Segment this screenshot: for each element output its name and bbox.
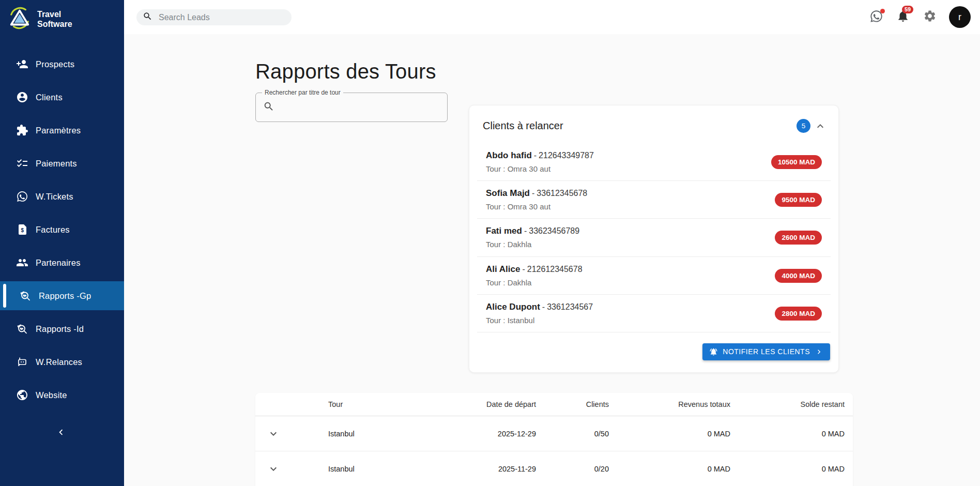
settings-button[interactable] [922, 9, 938, 25]
sidebar-item-rapports-gp[interactable]: Rapports -Gp [0, 281, 124, 310]
sidebar-item-label: Paramètres [36, 126, 81, 135]
client-name: Ali Alice [486, 264, 520, 274]
sidebar-item-parametres[interactable]: Paramètres [0, 114, 124, 147]
client-name: Sofia Majd [486, 188, 530, 198]
travel-software-logo-icon [7, 6, 32, 32]
checklist-icon [16, 157, 29, 170]
col-header-tour: Tour [292, 400, 436, 408]
bell-ring-icon [709, 347, 718, 356]
globe-icon [16, 388, 29, 402]
sidebar-item-label: Paiements [36, 159, 77, 169]
notify-clients-button[interactable]: NOTIFIER LES CLIENTS [702, 343, 830, 360]
separator: - [532, 189, 534, 198]
sidebar-item-clients[interactable]: Clients [0, 81, 124, 114]
tour-search-input[interactable] [280, 93, 447, 122]
client-row: Sofia Majd-33612345678 Tour : Omra 30 au… [477, 181, 831, 219]
sidebar-item-factures[interactable]: $ Factures [0, 213, 124, 246]
tour-search-field[interactable]: Rechercher par titre de tour [255, 93, 448, 122]
tours-table: Tour Date de départ Clients Revenus tota… [255, 393, 853, 486]
amount-badge: 9500 MAD [775, 193, 822, 207]
cell-tour: Istanbul [292, 430, 436, 438]
chevron-up-icon [814, 120, 826, 132]
cell-solde: 0 MAD [739, 430, 853, 438]
user-avatar[interactable]: r [949, 6, 971, 28]
topbar-actions: 59 r [868, 0, 971, 34]
client-phone: 33623456789 [529, 226, 579, 235]
leads-search-input[interactable] [158, 12, 285, 23]
sidebar-collapse-button[interactable] [50, 425, 72, 442]
client-name: Fati med [486, 226, 522, 236]
sidebar-item-label: Factures [36, 225, 70, 235]
relance-card-title: Clients à relancer [483, 120, 563, 132]
bot-chat-icon [16, 355, 29, 369]
sidebar-item-prospects[interactable]: Prospects [0, 48, 124, 81]
invoice-icon: $ [16, 223, 29, 236]
chevron-down-icon [267, 428, 280, 440]
sidebar-item-website[interactable]: Website [0, 378, 124, 412]
client-row: Ali Alice-212612345678 Tour : Dakhla 400… [477, 257, 831, 295]
client-row: Fati med-33623456789 Tour : Dakhla 2600 … [477, 219, 831, 256]
sidebar-item-label: Partenaires [36, 258, 81, 268]
search-icon [263, 101, 274, 114]
cell-date: 2025-11-29 [436, 465, 544, 473]
sidebar-item-label: Rapports -Id [36, 324, 84, 334]
person-add-icon [16, 57, 29, 71]
client-phone: 212643349787 [539, 151, 594, 160]
cell-date: 2025-12-29 [436, 430, 544, 438]
sidebar-item-wrelances[interactable]: W.Relances [0, 345, 124, 378]
clients-relance-card: Clients à relancer 5 Abdo hafid-21264334… [469, 105, 839, 373]
sidebar-item-label: Website [36, 390, 67, 400]
avatar-letter: r [958, 12, 961, 23]
client-tour: Tour : Omra 30 aut [486, 164, 594, 174]
separator: - [534, 151, 537, 160]
amount-badge: 2600 MAD [775, 231, 822, 245]
sidebar-item-label: Clients [36, 93, 63, 102]
table-header-row: Tour Date de départ Clients Revenus tota… [255, 393, 853, 416]
sidebar: Travel Software Prospects Clients Paramè… [0, 0, 124, 486]
page-title: Rapports des Tours [255, 60, 436, 83]
notifications-button[interactable]: 59 [895, 9, 911, 25]
sidebar-item-label: Prospects [36, 59, 74, 69]
sidebar-item-label: Rapports -Gp [39, 291, 91, 301]
cell-revenus: 0 MAD [617, 465, 739, 473]
chevron-right-icon [815, 347, 823, 356]
separator: - [542, 302, 545, 311]
client-tour: Tour : Istanbul [486, 315, 593, 326]
chevron-down-icon [267, 463, 280, 475]
expand-row-button[interactable] [266, 427, 281, 441]
expand-row-button[interactable] [266, 462, 281, 476]
col-header-solde: Solde restant [739, 400, 853, 408]
separator: - [522, 265, 525, 274]
svg-text:$: $ [21, 227, 24, 233]
sidebar-item-wtickets[interactable]: W.Tickets [0, 180, 124, 213]
table-row: Istanbul 2025-11-29 0/20 0 MAD 0 MAD [255, 451, 853, 486]
amount-badge: 4000 MAD [775, 269, 822, 283]
client-name: Alice Dupont [486, 302, 540, 312]
leads-search[interactable] [136, 9, 292, 25]
relance-count-badge: 5 [797, 119, 810, 133]
client-name: Abdo hafid [486, 150, 532, 160]
topbar: 59 r [124, 0, 980, 34]
amount-badge: 10500 MAD [771, 155, 822, 169]
col-header-revenus: Revenus totaux [617, 400, 739, 408]
cell-tour: Istanbul [292, 465, 436, 473]
collapse-card-button[interactable] [814, 119, 827, 133]
brand-name-line2: Software [37, 19, 72, 29]
sidebar-item-label: W.Relances [36, 357, 82, 367]
cell-solde: 0 MAD [739, 465, 853, 473]
separator: - [524, 226, 527, 235]
app-logo: Travel Software [0, 0, 124, 38]
client-tour: Tour : Omra 30 aut [486, 202, 587, 212]
sidebar-item-label: W.Tickets [36, 192, 73, 202]
cell-revenus: 0 MAD [617, 430, 739, 438]
query-stats-icon [19, 289, 32, 302]
tour-search-label: Rechercher par titre de tour [262, 89, 343, 96]
sidebar-item-paiements[interactable]: Paiements [0, 147, 124, 180]
cell-clients: 0/50 [544, 430, 617, 438]
col-header-date: Date de départ [436, 400, 544, 408]
whatsapp-status-button[interactable] [868, 9, 884, 25]
notify-clients-label: NOTIFIER LES CLIENTS [723, 347, 810, 356]
sidebar-item-partenaires[interactable]: Partenaires [0, 246, 124, 279]
account-circle-icon [16, 90, 29, 104]
sidebar-item-rapports-id[interactable]: Rapports -Id [0, 312, 124, 345]
